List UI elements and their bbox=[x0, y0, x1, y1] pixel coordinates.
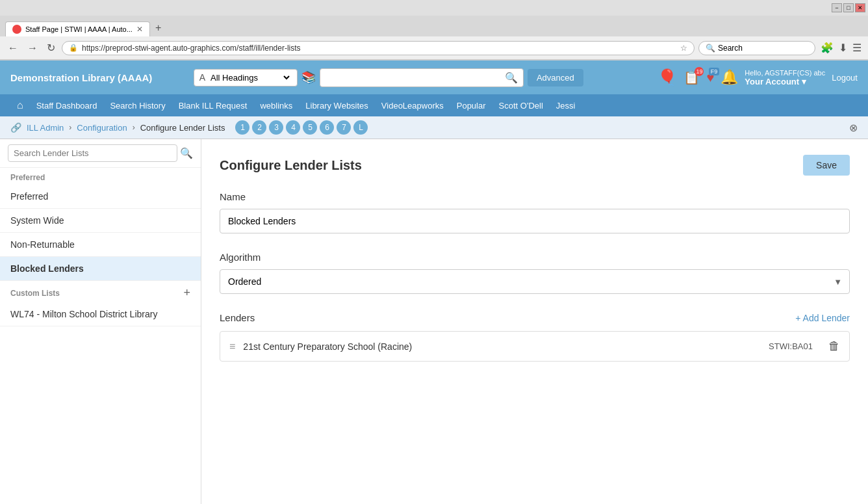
maximize-button[interactable]: □ bbox=[843, 3, 854, 12]
f9-badge: F9 bbox=[709, 68, 720, 75]
extensions-button[interactable]: 🧩 bbox=[819, 40, 835, 55]
breadcrumb-sep-1: › bbox=[69, 123, 71, 132]
lenders-title: Lenders bbox=[220, 312, 255, 323]
browser-search-icon: 🔍 bbox=[706, 44, 715, 53]
close-breadcrumb-button[interactable]: ⊗ bbox=[849, 122, 858, 134]
breadcrumb-icon: 🔗 bbox=[10, 122, 21, 133]
notifications-badge: 19 bbox=[695, 67, 704, 76]
algorithm-select[interactable]: Ordered Random Alphabetical bbox=[220, 269, 850, 294]
forward-button[interactable]: → bbox=[25, 41, 40, 55]
account-button[interactable]: Your Account ▾ bbox=[745, 77, 806, 86]
lenders-section: Lenders + Add Lender ≡ 21st Century Prep… bbox=[220, 312, 850, 362]
add-custom-list-button[interactable]: + bbox=[183, 286, 190, 300]
name-input[interactable] bbox=[220, 209, 850, 233]
bc-num-1[interactable]: 1 bbox=[235, 120, 249, 135]
browser-search-label: Search bbox=[718, 44, 743, 53]
advanced-button[interactable]: Advanced bbox=[528, 69, 583, 86]
back-button[interactable]: ← bbox=[5, 41, 21, 55]
refresh-button[interactable]: ↻ bbox=[44, 40, 58, 55]
custom-section-header: Custom Lists + bbox=[0, 281, 201, 302]
nav-home[interactable]: ⌂ bbox=[10, 94, 30, 116]
url-bar[interactable]: 🔒 https://preprod-stwi-agent.auto-graphi… bbox=[62, 41, 695, 55]
sidebar-list: Preferred Preferred System Wide Non-Retu… bbox=[0, 168, 201, 504]
bell-icon[interactable]: 🔔 bbox=[721, 69, 738, 86]
bookmark-icon[interactable]: ☆ bbox=[680, 44, 687, 53]
main-layout: 🔍 Preferred Preferred System Wide Non-Re… bbox=[0, 139, 868, 504]
algorithm-section: Algorithm Ordered Random Alphabetical ▼ bbox=[220, 252, 850, 294]
downloads-button[interactable]: ⬇ bbox=[837, 40, 849, 55]
sidebar-item-non-returnable[interactable]: Non-Returnable bbox=[0, 233, 201, 257]
breadcrumb-configuration[interactable]: Configuration bbox=[77, 123, 127, 133]
bc-num-3[interactable]: 3 bbox=[269, 120, 283, 135]
stack-icon: 📚 bbox=[301, 70, 316, 85]
minimize-button[interactable]: − bbox=[832, 3, 842, 12]
bc-num-L[interactable]: L bbox=[353, 120, 368, 135]
sidebar-item-wl74[interactable]: WL74 - Milton School District Library bbox=[0, 302, 201, 326]
url-text: https://preprod-stwi-agent.auto-graphics… bbox=[82, 44, 676, 53]
sidebar-search-input[interactable] bbox=[8, 144, 177, 162]
app-header: Demonstration Library (AAAA) A All Headi… bbox=[0, 60, 868, 94]
breadcrumb-ill-admin[interactable]: ILL Admin bbox=[27, 123, 64, 133]
breadcrumb-sep-2: › bbox=[133, 123, 135, 132]
content-header: Configure Lender Lists Save bbox=[220, 155, 850, 176]
hello-text: Hello, AGSTAFF(CS) abc bbox=[745, 69, 825, 77]
bc-num-2[interactable]: 2 bbox=[252, 120, 266, 135]
sidebar-item-preferred[interactable]: Preferred bbox=[0, 185, 201, 209]
lock-icon: 🔒 bbox=[69, 44, 78, 52]
sidebar-search: 🔍 bbox=[0, 139, 201, 168]
search-submit-button[interactable]: 🔍 bbox=[505, 72, 518, 84]
nav-library-websites[interactable]: Library Websites bbox=[299, 96, 375, 116]
tab-title: Staff Page | STWI | AAAA | Auto... bbox=[25, 25, 133, 33]
lender-name: 21st Century Preparatory School (Racine) bbox=[243, 341, 761, 352]
tab-favicon bbox=[12, 25, 21, 34]
f9-wrap[interactable]: ♥ F9 bbox=[706, 70, 714, 85]
nav-scott-odell[interactable]: Scott O'Dell bbox=[492, 96, 550, 116]
bc-num-6[interactable]: 6 bbox=[320, 120, 334, 135]
algorithm-select-wrap: Ordered Random Alphabetical ▼ bbox=[220, 269, 850, 294]
search-area: A All Headings 📚 🔍 Advanced bbox=[194, 68, 583, 87]
account-label: Your Account bbox=[745, 77, 799, 86]
nav-videoleapworks[interactable]: VideoLeapworks bbox=[375, 96, 450, 116]
name-section: Name bbox=[220, 191, 850, 233]
new-tab-button[interactable]: + bbox=[150, 20, 166, 36]
delete-lender-button[interactable]: 🗑 bbox=[828, 339, 840, 353]
account-arrow: ▾ bbox=[802, 77, 806, 86]
browser-tab[interactable]: Staff Page | STWI | AAAA | Auto... ✕ bbox=[5, 21, 150, 36]
balloon-icon: 🎈 bbox=[657, 68, 677, 86]
search-input[interactable] bbox=[326, 73, 505, 83]
add-lender-button[interactable]: + Add Lender bbox=[795, 313, 850, 323]
breadcrumb-numbers: 1 2 3 4 5 6 7 L bbox=[235, 120, 368, 135]
custom-section-label: Custom Lists bbox=[10, 289, 60, 298]
bc-num-7[interactable]: 7 bbox=[337, 120, 351, 135]
content-area: Configure Lender Lists Save Name Algorit… bbox=[201, 139, 868, 504]
browser-search-box[interactable]: 🔍 Search bbox=[698, 41, 815, 55]
logout-button[interactable]: Logout bbox=[832, 73, 858, 83]
nav-weblinks[interactable]: weblinks bbox=[253, 96, 299, 116]
nav-jessi[interactable]: Jessi bbox=[550, 96, 582, 116]
nav-bar: ⌂ Staff Dashboard Search History Blank I… bbox=[0, 94, 868, 116]
save-button[interactable]: Save bbox=[803, 155, 850, 176]
notifications-wrap[interactable]: 📋 19 bbox=[683, 70, 700, 85]
sidebar-item-system-wide[interactable]: System Wide bbox=[0, 209, 201, 233]
bc-num-4[interactable]: 4 bbox=[286, 120, 300, 135]
bc-num-5[interactable]: 5 bbox=[303, 120, 317, 135]
lender-row: ≡ 21st Century Preparatory School (Racin… bbox=[220, 331, 850, 362]
header-right: 🎈 📋 19 ♥ F9 🔔 Hello, AGSTAFF(CS) abc You… bbox=[657, 68, 858, 86]
drag-handle-icon[interactable]: ≡ bbox=[229, 341, 235, 352]
nav-staff-dashboard[interactable]: Staff Dashboard bbox=[30, 96, 104, 116]
close-button[interactable]: ✕ bbox=[855, 3, 865, 12]
sidebar-item-blocked-lenders[interactable]: Blocked Lenders bbox=[0, 257, 201, 281]
user-section: Hello, AGSTAFF(CS) abc Your Account ▾ bbox=[745, 69, 825, 86]
nav-blank-ill-request[interactable]: Blank ILL Request bbox=[172, 96, 254, 116]
breadcrumb: 🔗 ILL Admin › Configuration › Configure … bbox=[0, 116, 868, 139]
settings-button[interactable]: ☰ bbox=[851, 40, 863, 55]
heading-select[interactable]: All Headings bbox=[208, 72, 292, 83]
heading-select-wrap[interactable]: A All Headings bbox=[194, 69, 298, 86]
nav-search-history[interactable]: Search History bbox=[103, 96, 172, 116]
nav-popular[interactable]: Popular bbox=[450, 96, 492, 116]
search-input-wrap[interactable]: 🔍 bbox=[320, 68, 524, 87]
app-title: Demonstration Library (AAAA) bbox=[10, 72, 152, 83]
lender-code: STWI:BA01 bbox=[769, 341, 813, 351]
tab-close-button[interactable]: ✕ bbox=[136, 25, 143, 34]
sidebar-search-button[interactable]: 🔍 bbox=[180, 147, 193, 159]
